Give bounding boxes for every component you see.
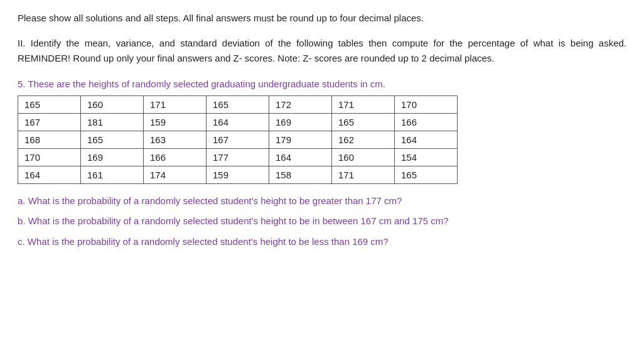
data-table: 1651601711651721711701671811591641691651… bbox=[18, 95, 458, 184]
table-cell: 165 bbox=[81, 131, 144, 148]
intro-text: Please show all solutions and all steps.… bbox=[18, 11, 626, 26]
table-cell: 169 bbox=[81, 148, 144, 166]
table-cell: 164 bbox=[269, 148, 332, 166]
table-row: 164161174159158171165 bbox=[18, 166, 458, 183]
table-cell: 171 bbox=[144, 95, 207, 113]
sub-question-c: c. What is the probability of a randomly… bbox=[18, 235, 626, 249]
table-cell: 165 bbox=[332, 113, 395, 131]
table-cell: 159 bbox=[207, 166, 269, 183]
table-cell: 174 bbox=[144, 166, 207, 183]
table-row: 170169166177164160154 bbox=[18, 148, 458, 166]
table-cell: 165 bbox=[395, 166, 458, 183]
question5-label: 5. These are the heights of randomly sel… bbox=[18, 79, 626, 89]
table-cell: 160 bbox=[81, 95, 144, 113]
table-cell: 168 bbox=[18, 131, 81, 148]
table-cell: 170 bbox=[18, 148, 81, 166]
table-cell: 170 bbox=[395, 95, 458, 113]
table-cell: 162 bbox=[332, 131, 395, 148]
table-cell: 159 bbox=[144, 113, 207, 131]
table-cell: 154 bbox=[395, 148, 458, 166]
table-cell: 169 bbox=[269, 113, 332, 131]
table-cell: 164 bbox=[18, 166, 81, 183]
sub-question-b: b. What is the probability of a randomly… bbox=[18, 214, 626, 229]
table-cell: 167 bbox=[207, 131, 269, 148]
table-cell: 179 bbox=[269, 131, 332, 148]
table-cell: 181 bbox=[81, 113, 144, 131]
table-row: 168165163167179162164 bbox=[18, 131, 458, 148]
table-cell: 163 bbox=[144, 131, 207, 148]
table-cell: 167 bbox=[18, 113, 81, 131]
section-text: II. Identify the mean, variance, and sta… bbox=[18, 36, 626, 66]
table-cell: 165 bbox=[18, 95, 81, 113]
table-cell: 177 bbox=[207, 148, 269, 166]
table-cell: 164 bbox=[395, 131, 458, 148]
table-cell: 165 bbox=[207, 95, 269, 113]
table-cell: 161 bbox=[81, 166, 144, 183]
table-cell: 158 bbox=[269, 166, 332, 183]
table-row: 167181159164169165166 bbox=[18, 113, 458, 131]
table-cell: 166 bbox=[395, 113, 458, 131]
table-row: 165160171165172171170 bbox=[18, 95, 458, 113]
table-cell: 160 bbox=[332, 148, 395, 166]
table-cell: 171 bbox=[332, 166, 395, 183]
table-cell: 164 bbox=[207, 113, 269, 131]
table-cell: 166 bbox=[144, 148, 207, 166]
table-cell: 172 bbox=[269, 95, 332, 113]
sub-question-a: a. What is the probability of a randomly… bbox=[18, 194, 626, 209]
table-cell: 171 bbox=[332, 95, 395, 113]
